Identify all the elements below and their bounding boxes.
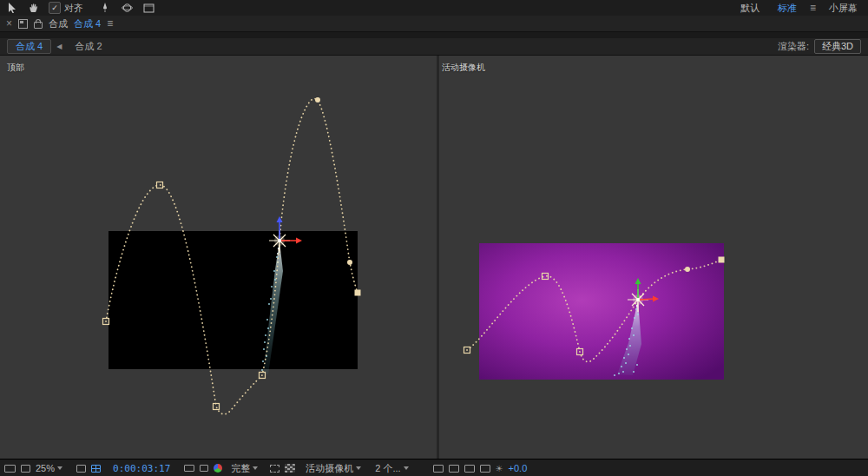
snapshot-camera-icon[interactable]	[184, 465, 194, 472]
tools-bar: ✓ 对齐 默认 标准 ≡ 小屏幕	[0, 0, 868, 17]
display-icon[interactable]	[4, 465, 16, 473]
align-label: 对齐	[64, 2, 83, 15]
grid-guides-icon[interactable]	[91, 465, 101, 473]
left-view-label: 顶部	[7, 62, 24, 74]
hand-tool-icon[interactable]	[27, 2, 41, 14]
panel-comp-name[interactable]: 合成 4	[74, 17, 101, 30]
close-panel-icon[interactable]: ×	[6, 18, 12, 29]
view-name: 活动摄像机	[306, 462, 353, 475]
view-select[interactable]: 活动摄像机	[306, 462, 361, 475]
view-active-camera[interactable]	[439, 55, 868, 459]
exposure-value[interactable]: +0.0	[509, 463, 528, 473]
pixel-aspect-icon[interactable]	[433, 465, 444, 473]
view-layout-value: 2 个...	[375, 462, 400, 475]
chevron-down-icon	[57, 466, 62, 470]
channel-colors-icon[interactable]	[214, 464, 222, 473]
composition-viewer	[0, 55, 868, 459]
renderer-button[interactable]: 经典3D	[814, 39, 861, 54]
pen-tool-icon[interactable]	[98, 2, 112, 14]
show-snapshot-icon[interactable]	[200, 465, 208, 472]
workspace-small-screen[interactable]: 小屏幕	[824, 2, 863, 15]
view-layout-select[interactable]: 2 个...	[375, 462, 408, 475]
tab-comp4-label: 合成 4	[16, 40, 43, 53]
right-view-label: 活动摄像机	[442, 62, 485, 74]
align-toggle[interactable]: ✓ 对齐	[49, 2, 83, 15]
zoom-select[interactable]: 25%	[36, 463, 62, 473]
workspace-menu-icon[interactable]: ≡	[810, 2, 816, 14]
region-of-interest-icon[interactable]	[270, 465, 279, 473]
comp-tabs-bar: 合成 4 ◀ 合成 2 渲染器: 经典3D	[0, 38, 868, 56]
chevron-down-icon	[253, 466, 258, 470]
flowchart-icon[interactable]	[480, 465, 490, 473]
chevron-down-icon	[404, 466, 409, 470]
align-checkbox[interactable]: ✓	[49, 2, 61, 14]
selection-tool-icon[interactable]	[5, 2, 19, 14]
timeline-icon[interactable]	[464, 465, 475, 473]
workspace-default[interactable]: 默认	[735, 2, 765, 15]
ruler-icon[interactable]	[76, 465, 86, 473]
resolution-select[interactable]: 完整	[231, 462, 258, 475]
fast-preview-icon[interactable]	[449, 465, 459, 473]
panel-type-label: 合成	[49, 17, 68, 30]
lock-icon[interactable]	[34, 22, 43, 29]
renderer-label: 渲染器:	[778, 40, 809, 53]
chevron-down-icon	[356, 466, 361, 470]
orbit-camera-tool-icon[interactable]	[120, 2, 134, 14]
transparency-grid-icon[interactable]	[285, 464, 295, 473]
tab-comp2[interactable]: 合成 2	[67, 40, 109, 53]
display-secondary-icon[interactable]	[21, 465, 30, 473]
tab-scroll-icon[interactable]: ◀	[56, 43, 62, 50]
exposure-icon[interactable]: ☀	[496, 464, 503, 473]
composition-panel-header: × 合成 合成 4 ≡	[0, 16, 868, 32]
tab-comp4[interactable]: 合成 4	[7, 39, 51, 54]
check-icon: ✓	[51, 3, 58, 12]
timecode[interactable]: 0:00:03:17	[113, 463, 170, 474]
workspace-standard[interactable]: 标准	[773, 2, 802, 15]
screen-layout-tool-icon[interactable]	[141, 2, 155, 14]
viewer-status-bar: 25% 0:00:03:17 完整 活动摄像机 2 个... ☀ +0.0	[0, 459, 868, 476]
panel-icon	[18, 19, 28, 29]
panel-menu-icon[interactable]: ≡	[107, 17, 113, 30]
tab-comp2-label: 合成 2	[75, 40, 102, 53]
view-top[interactable]	[0, 55, 437, 459]
zoom-value: 25%	[36, 463, 55, 473]
resolution-value: 完整	[231, 462, 250, 475]
after-effects-window: ✓ 对齐 默认 标准 ≡ 小屏幕 × 合成 合成 4 ≡ 合成 4 ◀ 合成 2	[0, 0, 868, 476]
